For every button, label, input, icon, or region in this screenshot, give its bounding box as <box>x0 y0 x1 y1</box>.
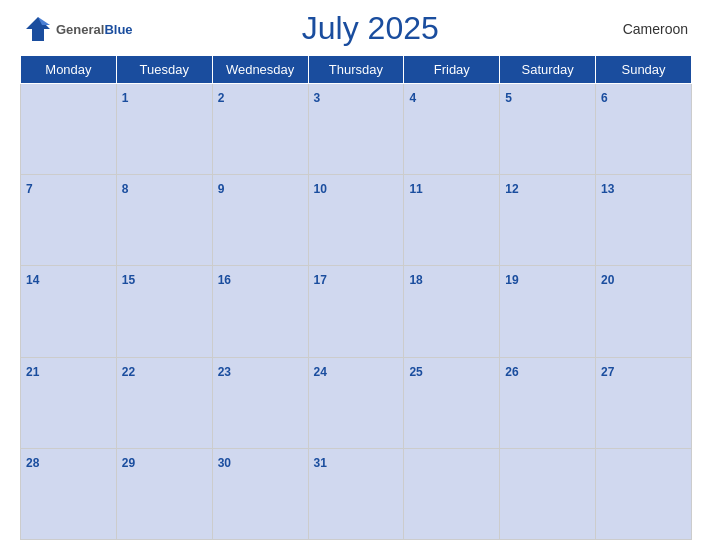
day-number: 14 <box>26 273 39 287</box>
logo-blue: Blue <box>104 22 132 37</box>
calendar-cell: 4 <box>404 84 500 175</box>
calendar-cell: 2 <box>212 84 308 175</box>
logo: GeneralBlue <box>24 15 133 43</box>
header-thursday: Thursday <box>308 56 404 84</box>
day-number: 19 <box>505 273 518 287</box>
logo-general: General <box>56 22 104 37</box>
day-number: 21 <box>26 365 39 379</box>
day-number: 16 <box>218 273 231 287</box>
calendar-cell: 12 <box>500 175 596 266</box>
header-wednesday: Wednesday <box>212 56 308 84</box>
calendar-table: Monday Tuesday Wednesday Thursday Friday… <box>20 55 692 540</box>
days-header-row: Monday Tuesday Wednesday Thursday Friday… <box>21 56 692 84</box>
calendar-title: July 2025 <box>133 10 608 47</box>
header-tuesday: Tuesday <box>116 56 212 84</box>
calendar-header: GeneralBlue July 2025 Cameroon <box>20 10 692 47</box>
day-number: 30 <box>218 456 231 470</box>
logo-text: GeneralBlue <box>56 20 133 38</box>
calendar-cell: 8 <box>116 175 212 266</box>
calendar-cell: 1 <box>116 84 212 175</box>
svg-marker-0 <box>26 17 50 41</box>
header-sunday: Sunday <box>596 56 692 84</box>
day-number: 12 <box>505 182 518 196</box>
calendar-cell: 5 <box>500 84 596 175</box>
calendar-cell: 30 <box>212 448 308 539</box>
day-number: 23 <box>218 365 231 379</box>
calendar-cell: 10 <box>308 175 404 266</box>
calendar-cell: 25 <box>404 357 500 448</box>
day-number: 5 <box>505 91 512 105</box>
day-number: 9 <box>218 182 225 196</box>
calendar-cell: 7 <box>21 175 117 266</box>
day-number: 10 <box>314 182 327 196</box>
day-number: 3 <box>314 91 321 105</box>
day-number: 28 <box>26 456 39 470</box>
calendar-cell: 18 <box>404 266 500 357</box>
calendar-cell: 19 <box>500 266 596 357</box>
calendar-week-2: 78910111213 <box>21 175 692 266</box>
day-number: 7 <box>26 182 33 196</box>
calendar-cell: 3 <box>308 84 404 175</box>
calendar-cell <box>596 448 692 539</box>
calendar-cell: 9 <box>212 175 308 266</box>
day-number: 18 <box>409 273 422 287</box>
calendar-cell: 13 <box>596 175 692 266</box>
day-number: 25 <box>409 365 422 379</box>
day-number: 17 <box>314 273 327 287</box>
calendar-cell: 28 <box>21 448 117 539</box>
day-number: 1 <box>122 91 129 105</box>
calendar-cell: 23 <box>212 357 308 448</box>
day-number: 8 <box>122 182 129 196</box>
calendar-week-3: 14151617181920 <box>21 266 692 357</box>
calendar-week-5: 28293031 <box>21 448 692 539</box>
day-number: 20 <box>601 273 614 287</box>
day-number: 13 <box>601 182 614 196</box>
calendar-cell: 14 <box>21 266 117 357</box>
calendar-cell <box>404 448 500 539</box>
calendar-cell <box>21 84 117 175</box>
day-number: 27 <box>601 365 614 379</box>
calendar-cell: 6 <box>596 84 692 175</box>
day-number: 4 <box>409 91 416 105</box>
header-friday: Friday <box>404 56 500 84</box>
country-label: Cameroon <box>608 21 688 37</box>
day-number: 31 <box>314 456 327 470</box>
calendar-cell: 29 <box>116 448 212 539</box>
calendar-cell: 22 <box>116 357 212 448</box>
calendar-cell: 17 <box>308 266 404 357</box>
header-monday: Monday <box>21 56 117 84</box>
calendar-cell: 21 <box>21 357 117 448</box>
day-number: 24 <box>314 365 327 379</box>
header-saturday: Saturday <box>500 56 596 84</box>
day-number: 11 <box>409 182 422 196</box>
day-number: 26 <box>505 365 518 379</box>
calendar-week-4: 21222324252627 <box>21 357 692 448</box>
day-number: 6 <box>601 91 608 105</box>
calendar-cell: 15 <box>116 266 212 357</box>
day-number: 22 <box>122 365 135 379</box>
calendar-week-1: 123456 <box>21 84 692 175</box>
calendar-cell: 24 <box>308 357 404 448</box>
calendar-cell: 16 <box>212 266 308 357</box>
calendar-cell: 31 <box>308 448 404 539</box>
calendar-cell: 11 <box>404 175 500 266</box>
logo-icon <box>24 15 52 43</box>
calendar-cell <box>500 448 596 539</box>
day-number: 2 <box>218 91 225 105</box>
day-number: 15 <box>122 273 135 287</box>
calendar-cell: 27 <box>596 357 692 448</box>
calendar-cell: 20 <box>596 266 692 357</box>
calendar-cell: 26 <box>500 357 596 448</box>
day-number: 29 <box>122 456 135 470</box>
